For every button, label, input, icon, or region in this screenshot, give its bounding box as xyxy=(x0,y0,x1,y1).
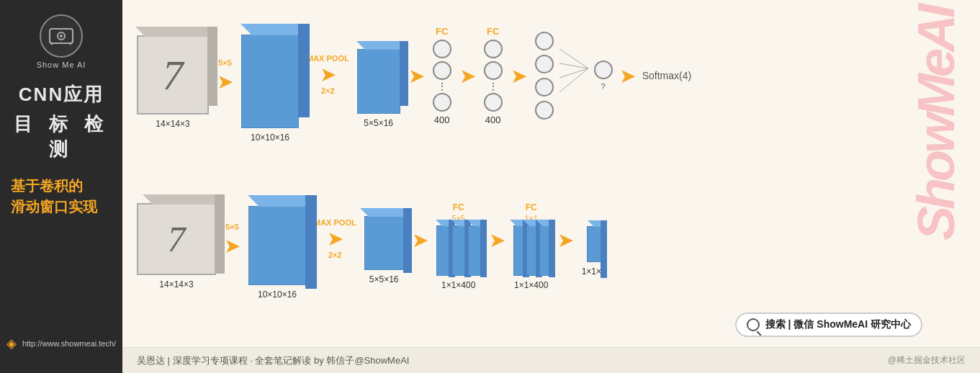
row1-arrow5-body: ➤ xyxy=(511,64,527,88)
search-text: 搜索 | 微信 ShowMeAI 研究中心 xyxy=(765,318,911,331)
row2-input-dim: 14×14×3 xyxy=(159,279,193,289)
subtitle-conv: 基于卷积的 xyxy=(11,176,112,196)
row2-fc2-cube3 xyxy=(539,225,549,276)
row1-arrow3: ➤ xyxy=(408,64,425,88)
row2-pool-label: 2×2 xyxy=(328,251,342,259)
row2-fc1-cube3 xyxy=(468,225,481,276)
row2-feature2-cubes xyxy=(364,216,404,270)
row1-conv-label: 5×5 xyxy=(218,58,232,67)
row2-diagram: 7 14×14×3 5×5 ➤ 10×10×16 MAX POOL ➤ 2×2 … xyxy=(137,193,606,300)
row2-feature2-dim: 5×5×16 xyxy=(369,274,399,284)
row2-fc1-label: FC xyxy=(453,202,464,212)
row2-input-cube: 7 xyxy=(137,203,216,275)
row1-nn-out-node xyxy=(594,60,613,79)
row1-arrow6: ➤ xyxy=(619,64,636,88)
row1-fc1-circle3 xyxy=(433,93,451,112)
row1-fc2-circle2 xyxy=(484,61,503,80)
row1-fc2-dim: 400 xyxy=(485,114,501,125)
website-icon: ◈ xyxy=(6,336,17,351)
row1-nn-node2 xyxy=(535,55,554,73)
subtitle-sliding: 滑动窗口实现 xyxy=(11,197,112,217)
main-content: ShowMeAI 7 14×14×3 5×5 ➤ 10×10×16 MAX PO… xyxy=(122,0,980,373)
row1-maxpool-label: MAX POOL xyxy=(307,54,349,63)
row1-fc2-label: FC xyxy=(487,26,499,37)
logo-circle xyxy=(40,14,83,58)
search-icon xyxy=(747,318,760,331)
row1-arrow4-body: ➤ xyxy=(459,64,476,88)
row1-nn-node1 xyxy=(535,32,554,50)
row1-fc1-circle2 xyxy=(433,61,451,80)
row2-fc2-dim: 1×1×400 xyxy=(514,280,548,290)
row1-nn-out-wrapper: ? xyxy=(594,60,613,91)
row2-feature2-cube xyxy=(364,216,404,270)
row1-feature1: 10×10×16 xyxy=(241,22,299,143)
row2-arrow3: ➤ xyxy=(412,228,428,252)
row2-arrow5: ➤ xyxy=(557,228,574,252)
row1-arrow2: MAX POOL ➤ 2×2 xyxy=(307,54,349,98)
row2-fc2-cube1 xyxy=(513,225,523,276)
row2-conv-label: 5×5 xyxy=(225,223,239,231)
row2-feature1: 10×10×16 xyxy=(248,193,306,300)
row2-fc2-cube2 xyxy=(526,225,536,276)
row2-arrow1-body: ➤ xyxy=(224,234,240,258)
row1-arrow3-body: ➤ xyxy=(408,64,425,88)
logo-text: Show Me AI xyxy=(37,60,86,69)
logo-area: Show Me AI xyxy=(37,14,86,69)
row1-feature2-dim: 5×5×16 xyxy=(364,118,393,128)
svg-point-2 xyxy=(60,35,63,37)
row2-fc2-cubes xyxy=(513,225,549,276)
row2-feature1-dim: 10×10×16 xyxy=(258,289,297,300)
row1-fc1-dim: 400 xyxy=(434,114,450,125)
row1-fc2-group: FC ⋮ 400 xyxy=(484,26,503,125)
row2-input: 7 14×14×3 xyxy=(137,203,216,289)
row2-output-cube xyxy=(587,226,601,262)
row1-nn-input-nodes xyxy=(535,32,554,120)
row2-fc2-label: FC xyxy=(526,202,537,212)
row1-arrow4: ➤ xyxy=(459,64,476,88)
website-text: http://www.showmeai.tech/ xyxy=(22,339,116,348)
sidebar: Show Me AI CNN应用 目 标 检 测 基于卷积的 滑动窗口实现 ◈ … xyxy=(0,0,122,373)
row1-fc1-group: FC ⋮ 400 xyxy=(433,26,451,125)
svg-line-4 xyxy=(70,42,73,45)
svg-line-3 xyxy=(50,42,53,45)
bottom-left-text: 吴恩达 | 深度学习专项课程 · 全套笔记解读 by 韩信子@ShowMeAI xyxy=(137,354,409,367)
row2-maxpool-label: MAX POOL xyxy=(314,218,356,227)
row1-input-cube: 7 xyxy=(137,35,209,114)
search-box[interactable]: 搜索 | 微信 ShowMeAI 研究中心 xyxy=(735,313,922,337)
row2-arrow3-body: ➤ xyxy=(412,228,428,252)
row2-fc1-cube2 xyxy=(452,225,465,276)
row1-softmax-label: Softmax(4) xyxy=(642,70,691,81)
title-cnn: CNN应用 xyxy=(19,82,104,107)
bottom-right-text: @稀土掘金技术社区 xyxy=(888,354,966,367)
row1-arrow5: ➤ xyxy=(511,64,527,88)
row1-input-dim: 14×14×3 xyxy=(156,119,189,129)
row1-feature2-cube xyxy=(357,49,400,114)
row1-fc2-dots: ⋮ xyxy=(488,81,498,91)
row1-fc2-circle1 xyxy=(484,40,503,58)
title-detection: 目 标 检 测 xyxy=(11,112,112,162)
row2-arrow2-body: ➤ xyxy=(327,227,343,251)
row2-arrow2: MAX POOL ➤ 2×2 xyxy=(314,218,356,262)
row2-fc1-dim: 1×1×400 xyxy=(441,280,475,290)
row2-feature1-cube xyxy=(248,206,306,285)
row1-pool-label: 2×2 xyxy=(321,86,335,95)
row2-arrow1: 5×5 ➤ xyxy=(224,223,240,258)
row1-fc2-circle3 xyxy=(484,93,503,112)
svg-line-8 xyxy=(559,68,588,92)
bottom-bar: 吴恩达 | 深度学习专项课程 · 全套笔记解读 by 韩信子@ShowMeAI … xyxy=(122,347,980,373)
svg-line-7 xyxy=(559,68,588,78)
row2-arrow4: ➤ xyxy=(489,228,505,252)
row1-arrow6-body: ➤ xyxy=(619,64,636,88)
svg-line-5 xyxy=(559,49,588,68)
row2-fc2-group: FC 1×1 1×1×400 xyxy=(513,202,549,290)
row1-nn-lines-svg xyxy=(559,40,588,112)
row1-feature2: 5×5×16 xyxy=(357,36,400,128)
row1-fc1-circle1 xyxy=(433,40,451,58)
row2-arrow5-body: ➤ xyxy=(557,228,574,252)
row1-input: 7 14×14×3 xyxy=(137,35,209,129)
row2-arrow4-body: ➤ xyxy=(489,228,505,252)
row1-nn-out-q: ? xyxy=(601,82,606,91)
logo-icon xyxy=(48,26,74,46)
row2-fc1-group: FC 5×5 1×1×400 xyxy=(436,202,481,290)
website-area: ◈ http://www.showmeai.tech/ xyxy=(0,336,122,351)
